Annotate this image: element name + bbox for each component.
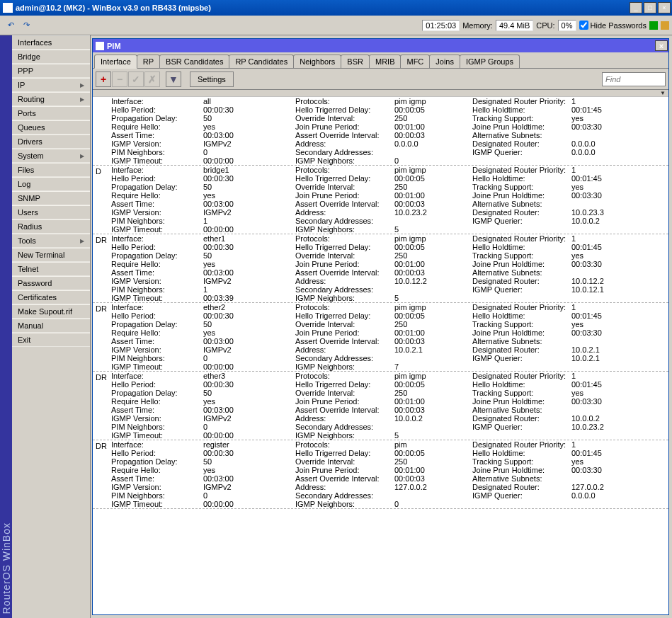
field-label: Require Hello:: [110, 328, 202, 337]
field-value: [393, 423, 471, 431]
sidebar-item-label: Files: [18, 166, 34, 174]
field-label: Alternative Subnets:: [471, 131, 570, 139]
sidebar-item-drivers[interactable]: Drivers: [12, 135, 90, 149]
field-value: 5: [393, 225, 471, 234]
field-value: 00:01:00: [393, 397, 471, 406]
sidebar-item-queues[interactable]: Queues: [12, 120, 90, 135]
field-label: Require Hello:: [110, 397, 202, 406]
hide-passwords-checkbox[interactable]: [579, 21, 588, 30]
sidebar-item-ppp[interactable]: PPP: [12, 64, 90, 78]
interface-record[interactable]: DRInterface:ether3Protocols:pim igmpDesi…: [93, 372, 668, 440]
tab-bsr-candidates[interactable]: BSR Candidates: [159, 55, 229, 68]
undo-button[interactable]: ↶: [3, 18, 18, 33]
add-button[interactable]: +: [96, 71, 111, 87]
interface-record[interactable]: DRInterface:ether1Protocols:pim igmpDesi…: [93, 234, 668, 303]
field-value: yes: [570, 114, 627, 122]
field-label: Tracking Support:: [471, 251, 570, 260]
interface-record[interactable]: DRInterface:ether2Protocols:pim igmpDesi…: [93, 303, 668, 372]
sidebar-item-make-supout-rif[interactable]: Make Supout.rif: [12, 304, 90, 319]
column-dropdown-icon[interactable]: ▼: [660, 90, 666, 96]
sidebar-item-password[interactable]: Password: [12, 276, 90, 290]
sidebar-item-ports[interactable]: Ports: [12, 106, 90, 120]
minimize-button[interactable]: _: [630, 2, 642, 13]
field-value: IGMPv2: [202, 414, 294, 423]
maximize-button[interactable]: □: [644, 2, 656, 13]
field-value: 250: [393, 114, 471, 122]
tab-rp[interactable]: RP: [137, 55, 160, 68]
tab-mrib[interactable]: MRIB: [369, 55, 402, 68]
brand-text: RouterOS WinBox: [1, 522, 12, 614]
tab-interface[interactable]: Interface: [94, 55, 137, 69]
sidebar-item-log[interactable]: Log: [12, 177, 90, 191]
sidebar-item-label: Log: [18, 180, 30, 188]
field-value: [570, 431, 627, 440]
remove-button[interactable]: −: [112, 71, 127, 87]
pim-titlebar[interactable]: PIM ×: [93, 39, 668, 52]
sidebar-item-routing[interactable]: Routing▶: [12, 92, 90, 106]
field-label: Protocols:: [294, 303, 393, 311]
disable-button[interactable]: ✗: [144, 71, 160, 87]
field-label: Join Prune Period:: [294, 122, 393, 131]
enable-button[interactable]: ✓: [128, 71, 144, 87]
field-value: 00:00:00: [202, 225, 294, 234]
filter-button[interactable]: ▼: [166, 71, 181, 87]
field-label: Hello Period:: [110, 174, 202, 183]
sidebar-item-ip[interactable]: IP▶: [12, 78, 90, 92]
pim-close-button[interactable]: ×: [655, 40, 668, 51]
tab-joins[interactable]: Joins: [429, 55, 460, 68]
close-button[interactable]: ×: [658, 2, 671, 13]
sidebar-item-manual[interactable]: Manual: [12, 319, 90, 333]
field-label: PIM Neighbors:: [110, 148, 202, 156]
sidebar-item-certificates[interactable]: Certificates: [12, 290, 90, 304]
field-value: 00:00:00: [202, 156, 294, 165]
field-value: 00:00:03: [393, 337, 471, 345]
field-value: 10.0.23.2: [570, 423, 627, 431]
sidebar-item-users[interactable]: Users: [12, 205, 90, 219]
interface-record[interactable]: DRInterface:registerProtocols:pimDesigna…: [93, 440, 668, 509]
field-label: Joine Prun Holdtime:: [471, 260, 570, 268]
sidebar-item-files[interactable]: Files: [12, 163, 90, 177]
tab-bsr[interactable]: BSR: [341, 55, 370, 68]
field-value: 00:01:45: [570, 380, 627, 389]
sidebar-item-bridge[interactable]: Bridge: [12, 50, 90, 64]
field-value: 1: [570, 440, 627, 449]
hide-passwords-toggle[interactable]: Hide Passwords: [579, 21, 647, 30]
sidebar-item-tools[interactable]: Tools▶: [12, 234, 90, 248]
sidebar-item-snmp[interactable]: SNMP: [12, 191, 90, 205]
sidebar-item-new-terminal[interactable]: New Terminal: [12, 248, 90, 262]
funnel-icon: ▼: [169, 74, 178, 85]
field-label: Designated Router Priority:: [471, 97, 570, 105]
field-label: Hello Period:: [110, 449, 202, 457]
redo-button[interactable]: ↷: [18, 18, 34, 33]
pim-data-list[interactable]: Interface:allProtocols:pim igmpDesignate…: [93, 97, 668, 614]
sidebar-item-exit[interactable]: Exit: [12, 333, 90, 347]
main-titlebar: admin@10.2 (MK2) - WinBox v3.9 on RB433 …: [0, 0, 672, 16]
sidebar-item-interfaces[interactable]: Interfaces: [12, 35, 90, 50]
field-label: Protocols:: [294, 440, 393, 449]
tab-neighbors[interactable]: Neighbors: [293, 55, 341, 68]
field-label: IGMP Querier:: [471, 491, 570, 500]
interface-record[interactable]: Interface:allProtocols:pim igmpDesignate…: [93, 97, 668, 166]
sidebar-item-telnet[interactable]: Telnet: [12, 262, 90, 276]
field-label: IGMP Neighbors:: [294, 500, 393, 508]
field-label: Secondary Addresses:: [294, 217, 393, 225]
field-label: Hello Holdtime:: [471, 449, 570, 457]
tab-mfc[interactable]: MFC: [400, 55, 430, 68]
tab-rp-candidates[interactable]: RP Candidates: [229, 55, 294, 68]
field-value: 1: [570, 372, 627, 380]
field-value: 00:03:30: [570, 397, 627, 406]
field-label: [471, 500, 570, 508]
tab-igmp-groups[interactable]: IGMP Groups: [460, 55, 520, 68]
field-value: 50: [202, 114, 294, 122]
field-value: 00:01:45: [570, 243, 627, 251]
field-label: Designated Router Priority:: [471, 303, 570, 311]
field-label: Joine Prun Holdtime:: [471, 466, 570, 474]
field-label: [471, 156, 570, 165]
field-value: yes: [570, 389, 627, 397]
field-label: Secondary Addresses:: [294, 148, 393, 156]
sidebar-item-radius[interactable]: Radius: [12, 219, 90, 234]
settings-button[interactable]: Settings: [190, 71, 234, 87]
find-input[interactable]: [602, 72, 666, 86]
interface-record[interactable]: DInterface:bridge1Protocols:pim igmpDesi…: [93, 166, 668, 234]
sidebar-item-system[interactable]: System▶: [12, 149, 90, 163]
